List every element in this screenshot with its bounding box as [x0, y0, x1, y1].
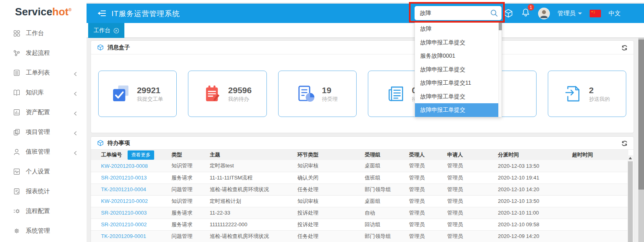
flow-network-icon	[13, 49, 21, 57]
global-search	[415, 6, 502, 20]
page-scrollbar[interactable]	[638, 38, 644, 242]
sidebar-item-label: 工单列表	[26, 69, 50, 77]
cell-step: 知识审核	[297, 195, 365, 207]
page-scrollbar-thumb[interactable]	[638, 40, 644, 190]
suggestion-item[interactable]: 故障	[415, 22, 499, 36]
main-area: IT服务运营管理系统 1	[87, 0, 644, 242]
notification-badge: 1	[528, 4, 534, 10]
refresh-icon[interactable]	[621, 140, 628, 147]
cell-timeout	[572, 172, 628, 184]
notifications-button[interactable]: 1	[521, 8, 530, 19]
scroll-up-arrow[interactable]	[627, 155, 633, 161]
user-menu[interactable]: 管理员	[557, 10, 582, 17]
stat-label: 抄送我的	[589, 96, 610, 103]
sidebar-item-label: 个人设置	[26, 168, 50, 175]
language-label[interactable]: 中文	[609, 10, 621, 17]
stat-card-my-todo[interactable]: 29596 我的待办	[188, 71, 266, 117]
search-suggestions-dropdown: 故障 故障申报工单提交 服务故障0001 故障申报工单提交 故障申报工单提交11…	[415, 22, 502, 117]
cell-step: 确认关闭	[297, 172, 365, 184]
china-flag-icon[interactable]	[590, 10, 601, 17]
cell-type: 知识管理	[171, 195, 210, 207]
ticket-link[interactable]: SR-20201210-0013	[101, 175, 147, 181]
app-header: IT服务运营管理系统 1	[87, 4, 644, 23]
cell-subject: 巡检-请检查机房环境状况	[210, 184, 297, 195]
search-icon[interactable]	[490, 9, 498, 17]
view-more-button[interactable]: 查看更多	[128, 150, 154, 160]
chevron-left-icon	[73, 71, 78, 77]
ticket-link[interactable]: SR-20201210-0002	[101, 221, 147, 227]
sidebar-item-workbench[interactable]: 工作台	[0, 23, 87, 43]
cell-step: 任务处理	[297, 184, 365, 195]
stat-value: 19	[322, 85, 338, 96]
col-subject: 主题	[210, 150, 297, 160]
sidebar-item-label: 项目管理	[26, 128, 50, 136]
chevron-left-icon	[73, 150, 78, 156]
todo-table: 工单编号查看更多 类型 主题 环节类型 受理组 受理人 申请人 分派时间 超时时…	[91, 150, 628, 242]
cell-applicant: 管理员	[447, 160, 498, 172]
suggestion-item[interactable]: 故障申报工单提交	[415, 63, 499, 77]
chevron-down-icon	[578, 13, 582, 15]
sidebar-item-system-mgmt[interactable]: 系统管理	[0, 221, 87, 241]
suggestion-item[interactable]: 故障申报工单提交11	[415, 76, 499, 90]
col-ticket: 工单编号	[101, 152, 122, 158]
ticket-link[interactable]: TK-20201210-0004	[101, 186, 146, 192]
table-scrollbar[interactable]	[627, 155, 633, 242]
sidebar-item-project-mgmt[interactable]: 项目管理	[0, 122, 87, 142]
suggestion-item[interactable]: 故障申报工单提交	[415, 36, 499, 50]
sidebar-item-duty-mgmt[interactable]: 值班管理	[0, 142, 87, 162]
ticket-link[interactable]: SR-20201210-0003	[101, 210, 147, 216]
sidebar-item-process-config[interactable]: 流程配置	[0, 201, 87, 221]
dropdown-scrollbar[interactable]	[498, 22, 502, 117]
stat-value: 29596	[228, 85, 252, 96]
sidebar-item-ticket-list[interactable]: 工单列表	[0, 63, 87, 83]
cell-step: 任务处理	[297, 230, 365, 242]
stat-card-cc-to-me[interactable]: 2 抄送我的	[548, 71, 626, 117]
suggestion-item-selected[interactable]: 故障申报工单提交	[415, 103, 499, 117]
table-row: TK-20201210-0004 问题管理 巡检-请检查机房环境状况 任务处理 …	[91, 184, 628, 195]
cell-type: 服务请求	[171, 172, 210, 184]
logo-text-dark: Service	[15, 6, 52, 18]
stat-value: 2	[589, 85, 610, 96]
cell-handler: 管理员	[409, 195, 447, 207]
sidebar-item-label: 工作台	[26, 29, 44, 37]
close-icon[interactable]	[114, 28, 119, 33]
cell-group: 部门领导组	[365, 184, 409, 195]
message-box-panel: 消息盒子 29921 我提交工单	[91, 40, 634, 133]
cell-step: 投诉处理	[297, 219, 365, 230]
cell-applicant: 管理员	[447, 230, 498, 242]
stat-card-pending-accept[interactable]: 19 待受理	[278, 71, 357, 117]
suggestion-item[interactable]: 故障申报工单提交	[415, 90, 499, 104]
document-list-icon	[13, 69, 21, 77]
col-group: 受理组	[365, 150, 409, 160]
tab-workbench[interactable]: 工作台	[88, 23, 124, 38]
global-search-input[interactable]	[415, 6, 502, 20]
refresh-icon[interactable]	[621, 44, 628, 51]
stat-card-my-submitted[interactable]: 29921 我提交工单	[98, 71, 177, 117]
cell-subject: 11-22-33	[210, 207, 297, 219]
cell-applicant: 管理员	[447, 184, 498, 195]
table-scrollbar-thumb[interactable]	[628, 161, 633, 242]
user-avatar[interactable]	[538, 8, 550, 19]
newspaper-icon	[387, 85, 405, 103]
table-row: KW-20201203-0008 知识管理 定时器test 知识审核 桌面组 管…	[91, 160, 628, 172]
sidebar-item-personal-settings[interactable]: 个人设置	[0, 162, 87, 182]
cell-dispatched: 2020-12-03 13:50	[498, 160, 572, 172]
cell-handler: 管理员	[409, 207, 447, 219]
suggestion-item[interactable]: 服务故障0001	[415, 49, 499, 63]
table-row: SR-20201210-0002 服务请求 1111112222-000 投诉处…	[91, 219, 628, 230]
panel-title: 消息盒子	[107, 44, 130, 51]
menu-collapse-button[interactable]	[97, 9, 107, 18]
ticket-link[interactable]: KW-20201210-0002	[101, 198, 148, 204]
sidebar-item-asset-config[interactable]: 资产配置	[0, 102, 87, 122]
ticket-link[interactable]: TK-20201209-0001	[101, 233, 146, 239]
dropdown-scrollbar-thumb[interactable]	[499, 22, 502, 30]
cell-group: 回访组	[365, 219, 409, 230]
sidebar-item-report-stats[interactable]: 报表统计	[0, 182, 87, 201]
ticket-link[interactable]: KW-20201203-0008	[101, 163, 148, 169]
cell-handler: 管理员	[409, 230, 447, 242]
sidebar-item-start-process[interactable]: 发起流程	[0, 43, 87, 63]
cell-handler: 管理员	[409, 172, 447, 184]
apps-cube-icon[interactable]	[504, 8, 513, 18]
sidebar-item-knowledge-base[interactable]: 知识库	[0, 83, 87, 102]
cell-type: 问题管理	[171, 230, 210, 242]
